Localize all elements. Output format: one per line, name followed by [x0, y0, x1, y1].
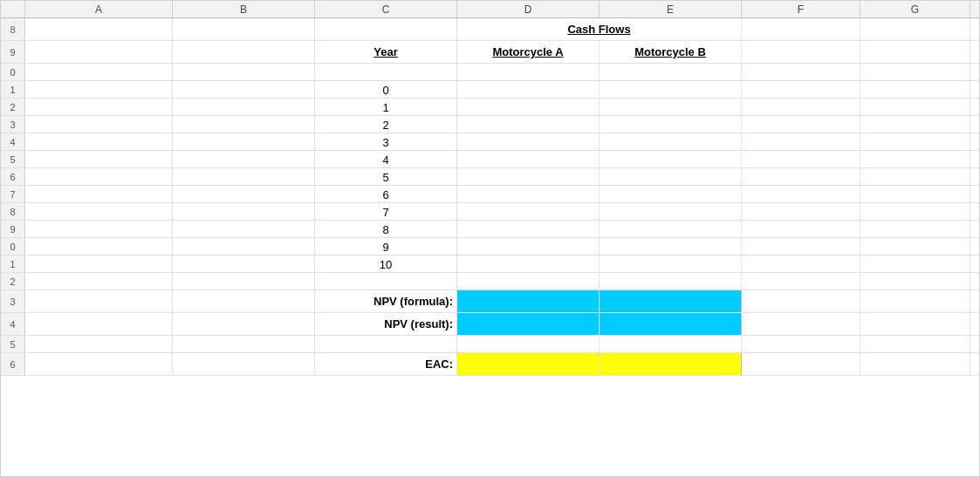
cell-c21[interactable]: 10 — [315, 256, 457, 273]
cell-a19[interactable] — [25, 221, 173, 238]
cell-f20[interactable] — [742, 238, 860, 256]
cell-f9[interactable] — [742, 41, 860, 63]
cell-c13[interactable]: 2 — [315, 116, 457, 133]
cell-f16[interactable] — [742, 168, 860, 186]
cell-g25[interactable] — [860, 336, 970, 353]
cell-f11[interactable] — [742, 81, 860, 99]
cell-b20[interactable] — [173, 238, 315, 256]
cell-g22[interactable] — [860, 273, 970, 290]
cell-a10[interactable] — [25, 64, 173, 81]
cell-d25[interactable] — [457, 336, 600, 353]
cell-g23[interactable] — [860, 290, 970, 312]
cell-a13[interactable] — [25, 116, 173, 133]
cell-f15[interactable] — [742, 151, 860, 168]
cell-e25[interactable] — [600, 336, 742, 353]
cell-b15[interactable] — [173, 151, 315, 168]
cell-a26[interactable] — [25, 353, 173, 375]
cell-b12[interactable] — [173, 99, 315, 116]
cell-f21[interactable] — [742, 256, 860, 273]
cell-b22[interactable] — [173, 273, 315, 290]
cell-d18[interactable] — [457, 203, 600, 221]
cell-d9-moto-a[interactable]: Motorcycle A — [457, 41, 600, 63]
cell-d13[interactable] — [457, 116, 600, 133]
cell-b10[interactable] — [173, 64, 315, 81]
cell-d23-cyan[interactable] — [457, 290, 600, 312]
cell-b19[interactable] — [173, 221, 315, 238]
cell-c20[interactable]: 9 — [315, 238, 457, 256]
cell-c9-year[interactable]: Year — [315, 41, 457, 63]
cell-f23[interactable] — [742, 290, 860, 312]
cell-g13[interactable] — [860, 116, 970, 133]
cell-e21[interactable] — [600, 256, 742, 273]
col-header-b[interactable]: B — [173, 1, 315, 17]
cell-b25[interactable] — [173, 336, 315, 353]
cell-f10[interactable] — [742, 64, 860, 81]
cell-a11[interactable] — [25, 81, 173, 99]
cell-f8[interactable] — [742, 18, 860, 40]
cell-d11[interactable] — [457, 81, 600, 99]
cell-e26-yellow[interactable] — [600, 353, 742, 375]
cell-b11[interactable] — [173, 81, 315, 99]
cell-a22[interactable] — [25, 273, 173, 290]
cell-g15[interactable] — [860, 151, 970, 168]
cell-b8[interactable] — [173, 18, 315, 40]
col-header-a[interactable]: A — [25, 1, 173, 17]
cell-c24-npv-result[interactable]: NPV (result): — [315, 313, 457, 335]
cell-a12[interactable] — [25, 99, 173, 116]
cell-g14[interactable] — [860, 133, 970, 151]
cell-c15[interactable]: 4 — [315, 151, 457, 168]
cell-c23-npv-formula[interactable]: NPV (formula): — [315, 290, 457, 312]
cell-f25[interactable] — [742, 336, 860, 353]
cell-g26[interactable] — [860, 353, 970, 375]
cell-g19[interactable] — [860, 221, 970, 238]
cell-g12[interactable] — [860, 99, 970, 116]
cell-c17[interactable]: 6 — [315, 186, 457, 203]
cell-c22[interactable] — [315, 273, 457, 290]
cell-c18[interactable]: 7 — [315, 203, 457, 221]
cell-e15[interactable] — [600, 151, 742, 168]
cell-e9-moto-b[interactable]: Motorcycle B — [600, 41, 742, 63]
cell-a17[interactable] — [25, 186, 173, 203]
cell-e20[interactable] — [600, 238, 742, 256]
cell-a14[interactable] — [25, 133, 173, 151]
cell-e11[interactable] — [600, 81, 742, 99]
cell-d20[interactable] — [457, 238, 600, 256]
cell-c10[interactable] — [315, 64, 457, 81]
cell-e23-cyan[interactable] — [600, 290, 742, 312]
cell-e16[interactable] — [600, 168, 742, 186]
cell-c11[interactable]: 0 — [315, 81, 457, 99]
cell-a16[interactable] — [25, 168, 173, 186]
cell-c25[interactable] — [315, 336, 457, 353]
cell-b23[interactable] — [173, 290, 315, 312]
cell-d22[interactable] — [457, 273, 600, 290]
cell-e22[interactable] — [600, 273, 742, 290]
cell-g21[interactable] — [860, 256, 970, 273]
cell-g17[interactable] — [860, 186, 970, 203]
cell-a21[interactable] — [25, 256, 173, 273]
cell-a18[interactable] — [25, 203, 173, 221]
cell-g16[interactable] — [860, 168, 970, 186]
cell-g11[interactable] — [860, 81, 970, 99]
cell-d12[interactable] — [457, 99, 600, 116]
col-header-f[interactable]: F — [742, 1, 860, 17]
cell-e17[interactable] — [600, 186, 742, 203]
cell-f22[interactable] — [742, 273, 860, 290]
col-header-e[interactable]: E — [600, 1, 742, 17]
cell-d24-cyan[interactable] — [457, 313, 600, 335]
cell-e12[interactable] — [600, 99, 742, 116]
cell-c19[interactable]: 8 — [315, 221, 457, 238]
cell-c26-eac[interactable]: EAC: — [315, 353, 457, 375]
cell-a23[interactable] — [25, 290, 173, 312]
cell-f18[interactable] — [742, 203, 860, 221]
cell-b17[interactable] — [173, 186, 315, 203]
cell-b9[interactable] — [173, 41, 315, 63]
cell-g18[interactable] — [860, 203, 970, 221]
cell-e14[interactable] — [600, 133, 742, 151]
cell-e10[interactable] — [600, 64, 742, 81]
cell-a15[interactable] — [25, 151, 173, 168]
cell-d26-yellow[interactable] — [457, 353, 600, 375]
cell-f17[interactable] — [742, 186, 860, 203]
cell-g8[interactable] — [860, 18, 970, 40]
cell-b13[interactable] — [173, 116, 315, 133]
cell-f14[interactable] — [742, 133, 860, 151]
